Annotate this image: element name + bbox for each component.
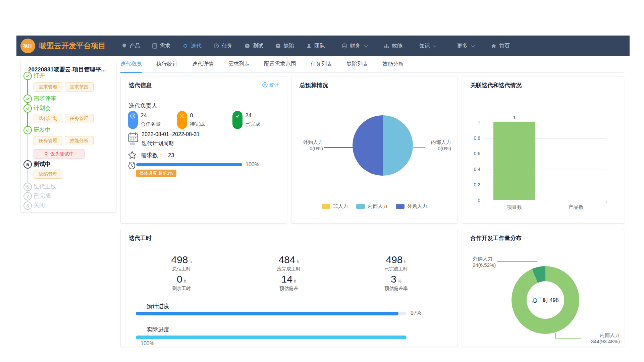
chevron-down-icon — [471, 44, 475, 47]
card-title: 总预算情况 — [300, 81, 328, 89]
y-tick: 0 — [467, 198, 480, 203]
nav-item-test[interactable]: ? 测试 — [238, 36, 269, 56]
iteration-plan-button[interactable]: 迭代计划 — [34, 114, 62, 123]
question-icon: ? — [275, 43, 281, 49]
set-testing-button[interactable]: 设为测试中 — [34, 149, 85, 159]
donut-callout-outsourced: 外购人力 24(6.52%) — [473, 255, 496, 268]
tab-execution-stats[interactable]: 执行统计 — [156, 57, 178, 72]
nav-item-performance[interactable]: 效能 — [378, 36, 409, 56]
completed-label: 已完成 — [245, 121, 260, 127]
statistics-link[interactable]: 统计 — [262, 82, 279, 88]
y-tick: 0.4 — [467, 167, 480, 172]
task-manage-button[interactable]: 任务管理 — [65, 114, 94, 123]
legend-swatch — [356, 204, 365, 209]
defect-manage-button[interactable]: 缺陷管理 — [34, 170, 62, 179]
hours-stat-estimated: 498 h 总估工时 0 h 剩余工时 — [145, 254, 218, 292]
tab-iteration-detail[interactable]: 迭代详情 — [192, 57, 214, 72]
requirement-manage-button[interactable]: 需求管理 — [34, 82, 62, 92]
callout-value: 24(6.52%) — [473, 262, 496, 268]
nav-item-defect[interactable]: ? 缺陷 — [269, 36, 300, 56]
nav-item-requirement[interactable]: 需求 — [146, 36, 176, 56]
card-title: 关联迭代和迭代情况 — [470, 81, 522, 89]
nav-item-iteration[interactable]: 迭代 — [176, 36, 208, 56]
nav-label: 需求 — [160, 43, 170, 50]
sync-icon — [182, 43, 188, 49]
tab-requirement-list[interactable]: 需求列表 — [228, 57, 250, 72]
nav-item-task[interactable]: 任务 — [208, 36, 238, 56]
owner-label: 迭代负责人 — [129, 102, 157, 110]
stat-label: 应完成工时 — [252, 266, 326, 272]
main-menu: 产品 需求 迭代 任务 ? 测试 ? 缺陷 — [116, 36, 516, 56]
step-label-review: 需求评审 — [34, 95, 56, 103]
actual-progress-bar — [136, 336, 407, 339]
related-bar[interactable] — [493, 122, 535, 200]
tab-performance[interactable]: 效能分析 — [382, 57, 404, 72]
tab-config-scope[interactable]: 配置需求范围 — [264, 57, 296, 72]
step-label-finished: 已完成 — [34, 192, 51, 200]
demand-value: 23 — [168, 152, 174, 159]
legend-label: 非人力 — [333, 203, 348, 209]
stat-value: 3 — [391, 274, 396, 285]
stat-label: 预估偏差率 — [359, 286, 433, 292]
legend-item-outsourced[interactable]: 外购人力 — [396, 203, 427, 209]
donut-callout-internal: 内部人力 344(93.48%) — [582, 332, 620, 345]
legend-item-nonhuman[interactable]: 非人力 — [322, 203, 348, 209]
period-label: 迭代计划周期 — [142, 140, 174, 147]
nav-item-team[interactable]: 团队 — [300, 36, 331, 56]
actual-progress-percent: 100% — [141, 341, 154, 347]
related-iteration-card: 关联迭代和迭代情况 1 0.8 0.6 0.4 0.2 0 1 项目数 产品数 — [462, 76, 624, 224]
nav-item-home[interactable]: 首页 — [485, 36, 516, 56]
task-manage-button[interactable]: 任务管理 — [34, 136, 62, 145]
performance-analysis-button[interactable]: 效能分析 — [65, 136, 94, 145]
step-label-testing: 测试中 — [34, 160, 51, 168]
star-icon — [128, 151, 137, 161]
nav-label: 迭代 — [191, 43, 202, 50]
donut-callout-line — [497, 261, 537, 262]
tab-task-list[interactable]: 任务列表 — [311, 57, 332, 72]
x-axis-tick — [484, 201, 484, 203]
step-circle-open — [23, 72, 32, 80]
stat-unit: h — [297, 259, 299, 264]
nav-item-more[interactable]: 更多 — [451, 36, 480, 56]
nav-item-product[interactable]: 产品 — [116, 36, 146, 56]
callout-name: 外购人力 — [300, 139, 323, 145]
tab-overview[interactable]: 迭代概览 — [120, 57, 142, 73]
nav-label: 财务 — [350, 43, 361, 50]
step-circle-dev — [23, 126, 32, 134]
step-circle-closed: 8 — [23, 201, 32, 210]
svg-text:?: ? — [246, 44, 248, 48]
overall-progress-percent: 100% — [246, 162, 259, 168]
card-header: 关联迭代和迭代情况 — [462, 76, 624, 94]
budget-pie[interactable] — [353, 115, 413, 176]
nav-item-knowledge[interactable]: 知识 — [413, 36, 443, 56]
period-value: 2022-08-01~2022-08-31 — [142, 131, 200, 137]
card-header: 迭代信息 统计 — [121, 76, 287, 94]
category-label-projects: 项目数 — [494, 204, 535, 210]
step-label-plan: 计划会 — [34, 104, 51, 112]
requirement-scope-button[interactable]: 需求范围 — [65, 82, 94, 92]
x-axis-tick — [545, 201, 545, 203]
tab-defect-list[interactable]: 缺陷列表 — [346, 57, 368, 72]
cooperation-card: 合作开发工作量分布 总工时:498 外购人力 24(6.52%) 内部人力 34… — [462, 229, 624, 347]
stat-unit: % — [398, 279, 401, 284]
legend-item-internal[interactable]: 内部人力 — [356, 203, 388, 209]
spinner-icon — [179, 113, 185, 129]
planned-progress-fill — [136, 312, 398, 315]
demand-label: 需求数： — [141, 152, 164, 159]
total-task-value: 24 — [141, 112, 147, 119]
planned-progress-bar — [136, 312, 407, 315]
legend-swatch — [322, 204, 330, 209]
x-axis-tick — [606, 201, 607, 203]
hours-stat-due: 484 h 应完成工时 14 h 预估偏差 — [252, 254, 326, 292]
step-circle-plan — [23, 104, 32, 113]
question-icon: ? — [245, 43, 250, 49]
arrow-right-icon — [130, 113, 136, 129]
stat-label: 预估偏差 — [252, 286, 326, 292]
card-header: 迭代工时 — [121, 229, 458, 247]
card-title: 迭代信息 — [129, 81, 152, 89]
bar-chart-icon — [384, 44, 389, 49]
check-icon — [235, 113, 240, 129]
nav-item-finance[interactable]: 财务 — [336, 36, 373, 56]
project-title: 唛盟云开发平台项目 — [39, 41, 106, 51]
overall-progress-bar — [136, 163, 242, 166]
